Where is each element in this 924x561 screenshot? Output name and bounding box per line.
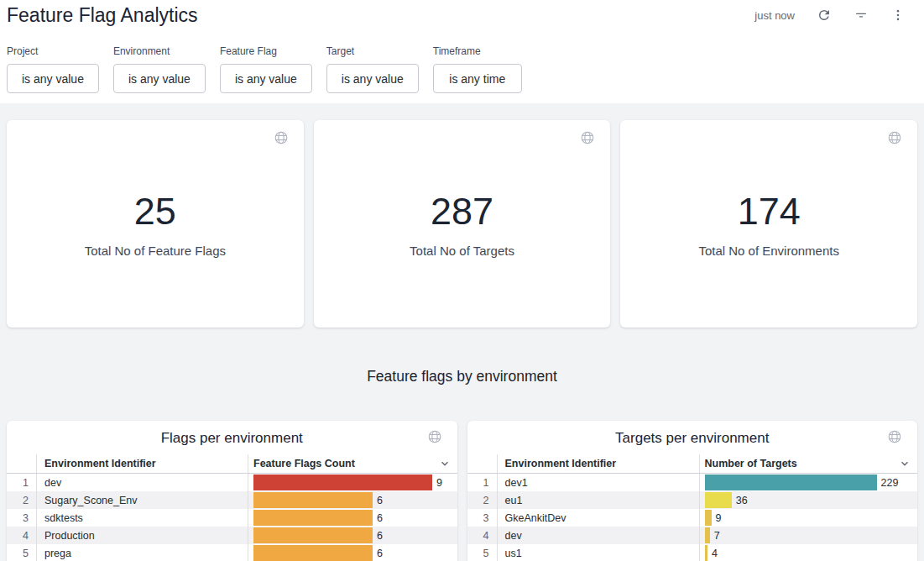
column-header[interactable]: Environment Identifier: [37, 454, 248, 473]
filter-project: Project is any value: [7, 45, 99, 93]
bar-cell[interactable]: 6: [248, 527, 457, 544]
environment-cell[interactable]: dev: [37, 474, 248, 491]
kpi-row: 25 Total No of Feature Flags 287 Total N…: [7, 120, 917, 328]
table-row: 4dev7: [467, 527, 918, 544]
last-refreshed-label: just now: [754, 9, 795, 22]
filter-label: Target: [326, 45, 419, 57]
table-header: Environment Identifier Feature Flags Cou…: [7, 454, 457, 474]
header-actions: just now: [754, 3, 917, 23]
kpi-label: Total No of Environments: [620, 244, 917, 258]
environment-cell[interactable]: eu1: [498, 491, 700, 509]
bar: [705, 474, 877, 490]
bar: [705, 527, 710, 543]
filter-environment: Environment is any value: [113, 45, 206, 93]
globe-icon[interactable]: [887, 130, 902, 145]
refresh-icon[interactable]: [817, 8, 832, 23]
bar-cell[interactable]: 4: [700, 544, 918, 561]
environment-cell[interactable]: Production: [37, 527, 248, 544]
bar-cell[interactable]: 36: [700, 491, 918, 509]
row-index: 1: [7, 474, 37, 491]
kpi-card-environments: 174 Total No of Environments: [620, 120, 917, 328]
filter-icon[interactable]: [854, 8, 869, 23]
bar: [253, 527, 373, 543]
row-index: 2: [7, 491, 37, 509]
bar-cell[interactable]: 6: [248, 509, 457, 527]
kpi-value: 25: [7, 191, 304, 232]
filter-value-button[interactable]: is any value: [326, 64, 419, 93]
globe-icon[interactable]: [274, 130, 289, 145]
chevron-down-icon[interactable]: [439, 458, 451, 469]
filter-target: Target is any value: [326, 45, 419, 93]
kpi-card-feature-flags: 25 Total No of Feature Flags: [7, 120, 304, 328]
bar: [253, 474, 432, 490]
globe-icon[interactable]: [427, 429, 442, 444]
bar-cell[interactable]: 6: [248, 491, 457, 509]
filter-value-button[interactable]: is any value: [220, 64, 312, 93]
tile-title: Targets per environment: [467, 430, 918, 447]
row-index: 5: [467, 544, 498, 561]
environment-cell[interactable]: us1: [498, 544, 700, 561]
globe-icon[interactable]: [580, 130, 595, 145]
filter-value-button[interactable]: is any value: [113, 64, 206, 93]
row-index: 1: [467, 474, 498, 491]
bar-cell[interactable]: 9: [248, 474, 457, 491]
table-row: 3GkeAnkitDev9: [467, 509, 918, 527]
environment-cell[interactable]: dev1: [498, 474, 700, 491]
bar-value: 6: [377, 530, 383, 542]
bar-value: 6: [377, 548, 383, 559]
column-header[interactable]: Number of Targets: [705, 458, 797, 469]
page-title: Feature Flag Analytics: [7, 3, 198, 28]
row-index-header: [7, 454, 37, 473]
environment-cell[interactable]: Sugary_Scone_Env: [37, 491, 248, 509]
bar-value: 6: [377, 495, 383, 506]
chevron-down-icon[interactable]: [899, 458, 911, 469]
table-row: 2Sugary_Scone_Env6: [7, 491, 457, 509]
environment-cell[interactable]: GkeAnkitDev: [498, 509, 700, 527]
table-header: Environment Identifier Number of Targets: [467, 454, 918, 474]
column-header[interactable]: Feature Flags Count: [253, 458, 355, 469]
bar-cell[interactable]: 229: [700, 474, 918, 491]
row-index-header: [467, 454, 498, 473]
kebab-menu-icon[interactable]: [890, 8, 906, 23]
row-index: 3: [467, 509, 498, 527]
section-title: Feature flags by environment: [0, 368, 924, 385]
bar-value: 6: [377, 512, 383, 524]
bar-cell[interactable]: 9: [700, 509, 918, 527]
row-index: 4: [7, 527, 37, 544]
table-row: 1dev9: [7, 474, 457, 491]
bar: [705, 510, 712, 526]
filter-bar: Project is any value Environment is any …: [7, 28, 917, 93]
row-index: 4: [467, 527, 498, 544]
column-header[interactable]: Environment Identifier: [498, 454, 700, 473]
environment-cell[interactable]: prega: [37, 544, 248, 561]
filter-label: Environment: [113, 45, 206, 57]
bar: [705, 545, 708, 561]
kpi-label: Total No of Feature Flags: [7, 244, 304, 258]
bar-cell[interactable]: 6: [248, 544, 457, 561]
environment-cell[interactable]: sdktests: [37, 509, 248, 527]
filter-label: Project: [7, 45, 99, 57]
kpi-value: 287: [314, 191, 611, 232]
bar-cell[interactable]: 7: [700, 527, 918, 544]
filter-value-button[interactable]: is any time: [433, 64, 522, 93]
table-row: 1dev1229: [467, 474, 918, 491]
flags-per-environment-card: Flags per environment Environment Identi…: [7, 421, 457, 561]
bar: [253, 545, 373, 561]
row-index: 5: [7, 544, 37, 561]
tile-title: Flags per environment: [7, 430, 457, 447]
row-index: 2: [467, 491, 498, 509]
kpi-card-targets: 287 Total No of Targets: [314, 120, 611, 328]
row-index: 3: [7, 509, 37, 527]
bar-value: 9: [716, 512, 722, 524]
dashboard-header: Feature Flag Analytics just now Project …: [0, 0, 924, 103]
filter-feature-flag: Feature Flag is any value: [220, 45, 312, 93]
filter-value-button[interactable]: is any value: [7, 64, 99, 93]
kpi-label: Total No of Targets: [314, 244, 611, 258]
environment-cell[interactable]: dev: [498, 527, 700, 544]
bar: [253, 492, 373, 508]
bar-value: 9: [436, 477, 442, 489]
globe-icon[interactable]: [887, 429, 902, 444]
bar: [705, 492, 732, 508]
bar-value: 36: [736, 495, 748, 506]
table-row: 2eu136: [467, 491, 918, 509]
